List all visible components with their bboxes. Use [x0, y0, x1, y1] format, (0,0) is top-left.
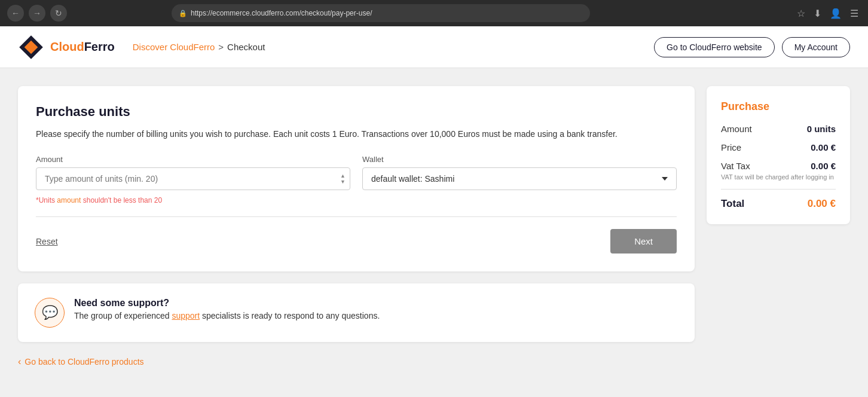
back-nav-button[interactable]: ← [7, 5, 24, 22]
support-content: Need some support? The group of experien… [74, 298, 380, 320]
back-chevron-icon: ‹ [18, 356, 21, 367]
summary-amount-value: 0 units [807, 124, 836, 134]
validation-highlight: amount [57, 196, 81, 204]
summary-price-value: 0.00 € [811, 142, 836, 152]
amount-input[interactable] [36, 167, 350, 190]
go-to-website-button[interactable]: Go to CloudFerro website [654, 37, 775, 57]
summary-vat-value: 0.00 € [811, 161, 836, 171]
browser-chrome: ← → ↻ 🔒 https://ecommerce.cloudferro.com… [0, 0, 868, 26]
breadcrumb: Discover CloudFerro > Checkout [133, 42, 265, 52]
summary-amount-row: Amount 0 units [721, 124, 836, 134]
refresh-nav-button[interactable]: ↻ [50, 5, 67, 22]
bookmark-icon[interactable]: ☆ [794, 5, 808, 22]
back-link-text: Go back to CloudFerro products [25, 357, 143, 367]
my-account-button[interactable]: My Account [782, 37, 850, 57]
browser-actions: ☆ ⬇ 👤 ☰ [794, 5, 861, 22]
summary-vat-label: Vat Tax [721, 161, 750, 171]
summary-price-row: Price 0.00 € [721, 142, 836, 152]
logo-icon [18, 34, 44, 60]
summary-price-label: Price [721, 142, 741, 152]
profile-icon[interactable]: 👤 [827, 5, 844, 22]
page-body: Purchase units Please specify the number… [0, 68, 868, 397]
form-row: Amount ▲ ▼ *Units amount shouldn't be le… [36, 155, 677, 204]
vat-note: VAT tax will be charged after logging in [721, 173, 836, 181]
wallet-group: Wallet default wallet: Sashimi [362, 155, 677, 204]
support-title: Need some support? [74, 298, 380, 309]
main-content: Purchase units Please specify the number… [18, 86, 695, 379]
card-footer: Reset Next [36, 229, 677, 254]
support-link[interactable]: support [172, 311, 200, 320]
menu-icon[interactable]: ☰ [848, 5, 861, 22]
sidebar: Purchase Amount 0 units Price 0.00 € Vat… [707, 86, 850, 379]
amount-label: Amount [36, 155, 350, 164]
next-button[interactable]: Next [610, 229, 677, 254]
amount-down-button[interactable]: ▼ [340, 179, 346, 185]
wallet-label: Wallet [362, 155, 677, 164]
summary-title: Purchase [721, 100, 836, 113]
summary-divider [721, 189, 836, 190]
purchase-units-card: Purchase units Please specify the number… [18, 86, 695, 271]
validation-error: *Units amount shouldn't be less than 20 [36, 196, 350, 204]
support-card: 💬 Need some support? The group of experi… [18, 283, 695, 342]
breadcrumb-current: Checkout [227, 42, 265, 52]
summary-total-label: Total [721, 198, 744, 210]
summary-total-value: 0.00 € [808, 198, 836, 210]
card-description: Please specify the number of billing uni… [36, 128, 677, 141]
reset-button[interactable]: Reset [36, 237, 58, 246]
support-text-before: The group of experienced [74, 311, 172, 320]
support-text: The group of experienced support special… [74, 311, 380, 320]
purchase-summary: Purchase Amount 0 units Price 0.00 € Vat… [707, 86, 850, 224]
amount-up-button[interactable]: ▲ [340, 173, 346, 179]
summary-vat-row: Vat Tax 0.00 € [721, 161, 836, 171]
breadcrumb-separator: > [218, 42, 224, 52]
forward-nav-button[interactable]: → [29, 5, 45, 22]
url-text: https://ecommerce.cloudferro.com/checkou… [191, 9, 372, 17]
breadcrumb-discover-link[interactable]: Discover CloudFerro [133, 42, 215, 52]
form-divider [36, 216, 677, 217]
summary-total-row: Total 0.00 € [721, 198, 836, 210]
security-icon: 🔒 [179, 10, 187, 17]
site-header: CloudFerro Discover CloudFerro > Checkou… [0, 26, 868, 68]
support-icon: 💬 [35, 298, 65, 328]
header-actions: Go to CloudFerro website My Account [654, 37, 850, 57]
amount-group: Amount ▲ ▼ *Units amount shouldn't be le… [36, 155, 350, 204]
support-text-after: specialists is ready to respond to any q… [200, 311, 380, 320]
back-link[interactable]: ‹ Go back to CloudFerro products [18, 356, 695, 367]
url-bar: 🔒 https://ecommerce.cloudferro.com/check… [172, 4, 590, 22]
card-title: Purchase units [36, 104, 677, 120]
amount-spinners: ▲ ▼ [340, 173, 346, 185]
extensions-icon[interactable]: ⬇ [811, 5, 824, 22]
logo[interactable]: CloudFerro [18, 34, 115, 60]
amount-input-wrapper: ▲ ▼ [36, 167, 350, 190]
logo-text: CloudFerro [50, 40, 115, 54]
wallet-select[interactable]: default wallet: Sashimi [362, 167, 677, 190]
summary-amount-label: Amount [721, 124, 752, 134]
